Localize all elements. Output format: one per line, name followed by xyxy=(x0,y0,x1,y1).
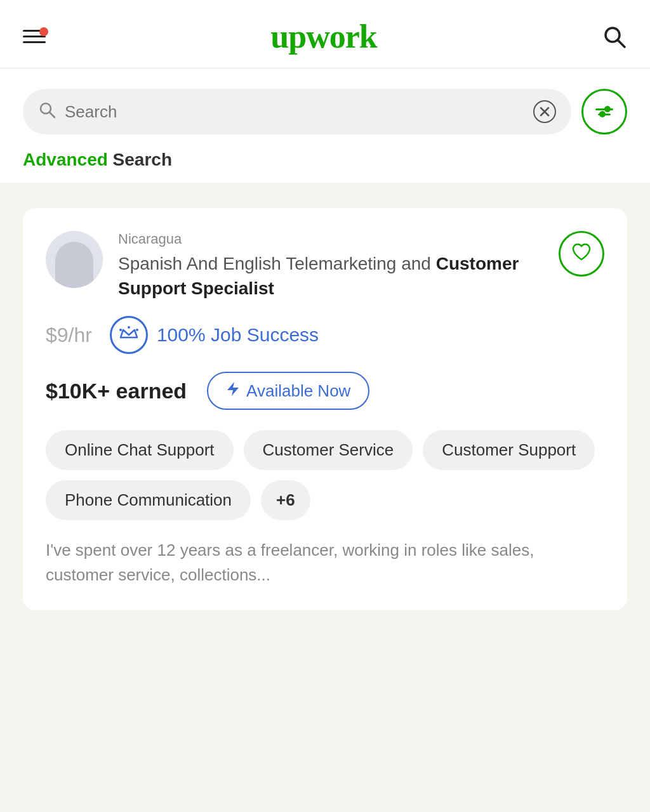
available-text: Available Now xyxy=(246,381,350,401)
job-success-text: 100% Job Success xyxy=(157,324,319,346)
advanced-label-2: Search xyxy=(108,150,172,169)
search-bar-wrapper: customer support xyxy=(23,89,627,134)
search-input[interactable]: customer support xyxy=(65,102,524,122)
svg-line-1 xyxy=(618,40,625,47)
menu-bar-3 xyxy=(23,41,46,43)
favorite-button[interactable] xyxy=(559,231,604,277)
advanced-label-1: Advanced xyxy=(23,150,108,169)
avatar-placeholder xyxy=(46,231,103,288)
skills-row: Online Chat Support Customer Service Cus… xyxy=(46,430,604,520)
skill-tag-customer-support[interactable]: Customer Support xyxy=(423,430,595,470)
search-icon xyxy=(38,101,56,123)
svg-point-7 xyxy=(136,329,138,331)
available-badge[interactable]: Available Now xyxy=(207,372,369,410)
search-section: customer support Advanced Search xyxy=(0,69,650,183)
freelancer-title-part1: Spanish And English Telemarketing and xyxy=(118,254,436,273)
search-button[interactable] xyxy=(602,24,627,49)
svg-point-8 xyxy=(128,326,130,329)
upwork-logo[interactable]: upwork xyxy=(270,18,376,55)
skill-tag-more[interactable]: +6 xyxy=(261,480,310,520)
search-bar[interactable]: customer support xyxy=(23,89,571,134)
skill-tag-customer-service[interactable]: Customer Service xyxy=(244,430,413,470)
search-clear-button[interactable] xyxy=(533,100,556,123)
menu-button[interactable] xyxy=(23,30,46,43)
card-top: Nicaragua Spanish And English Telemarket… xyxy=(46,231,604,301)
card-info: Nicaragua Spanish And English Telemarket… xyxy=(118,231,543,301)
job-success: 100% Job Success xyxy=(110,316,319,354)
advanced-search[interactable]: Advanced Search xyxy=(23,150,627,170)
crown-badge xyxy=(110,316,148,354)
skill-tag-online-chat[interactable]: Online Chat Support xyxy=(46,430,234,470)
earned-amount: $10K+ earned xyxy=(46,379,187,403)
heart-icon xyxy=(571,242,592,266)
filter-icon xyxy=(595,108,613,115)
bolt-icon xyxy=(226,381,240,401)
notification-dot xyxy=(39,27,48,36)
hourly-rate: $9/hr xyxy=(46,324,92,347)
filter-button[interactable] xyxy=(581,89,627,134)
avatar-silhouette xyxy=(55,242,93,288)
bio-preview: I've spent over 12 years as a freelancer… xyxy=(46,538,604,587)
crown-icon xyxy=(119,325,138,346)
earned-row: $10K+ earned Available Now xyxy=(46,372,604,410)
main-content: Nicaragua Spanish And English Telemarket… xyxy=(0,183,650,648)
freelancer-title: Spanish And English Telemarketing and Cu… xyxy=(118,251,543,301)
header: upwork xyxy=(0,0,650,69)
freelancer-card: Nicaragua Spanish And English Telemarket… xyxy=(23,208,627,610)
freelancer-location: Nicaragua xyxy=(118,231,543,247)
rate-row: $9/hr 100% Job Success xyxy=(46,316,604,354)
svg-point-6 xyxy=(119,329,122,331)
skill-tag-phone-comm[interactable]: Phone Communication xyxy=(46,480,251,520)
svg-line-3 xyxy=(50,112,55,117)
avatar xyxy=(46,231,103,288)
